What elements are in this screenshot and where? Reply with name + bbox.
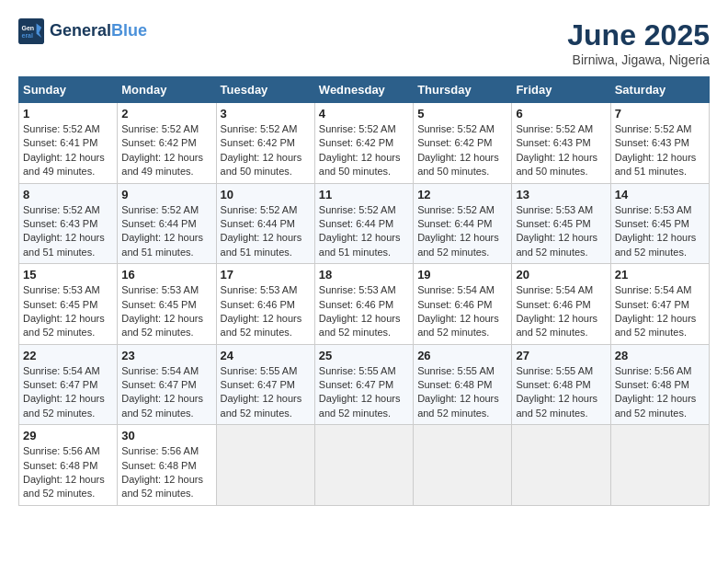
calendar-cell: 4 Sunrise: 5:52 AM Sunset: 6:42 PM Dayli… [314,103,413,184]
calendar-cell: 9 Sunrise: 5:52 AM Sunset: 6:44 PM Dayli… [118,183,216,264]
day-detail: Sunrise: 5:55 AM Sunset: 6:47 PM Dayligh… [221,364,311,421]
calendar-cell: 5 Sunrise: 5:52 AM Sunset: 6:42 PM Dayli… [414,103,512,184]
day-number: 1 [23,107,113,121]
day-detail: Sunrise: 5:52 AM Sunset: 6:43 PM Dayligh… [23,203,113,260]
calendar-cell: 24 Sunrise: 5:55 AM Sunset: 6:47 PM Dayl… [216,344,314,425]
day-number: 12 [417,188,507,201]
day-number: 30 [121,429,211,442]
day-number: 27 [516,349,606,362]
day-number: 23 [121,349,211,362]
calendar-cell: 17 Sunrise: 5:53 AM Sunset: 6:46 PM Dayl… [216,264,314,345]
weekday-header-wednesday: Wednesday [314,77,413,103]
weekday-header-monday: Monday [118,77,216,103]
day-detail: Sunrise: 5:55 AM Sunset: 6:47 PM Dayligh… [319,364,409,421]
day-detail: Sunrise: 5:53 AM Sunset: 6:46 PM Dayligh… [319,283,409,340]
calendar-cell: 23 Sunrise: 5:54 AM Sunset: 6:47 PM Dayl… [118,344,216,425]
month-title: June 2025 [567,18,710,52]
day-detail: Sunrise: 5:54 AM Sunset: 6:46 PM Dayligh… [516,283,606,340]
calendar-cell [512,425,610,506]
weekday-header-friday: Friday [512,77,610,103]
logo-icon: Gen eral [18,18,44,44]
day-detail: Sunrise: 5:53 AM Sunset: 6:45 PM Dayligh… [23,283,113,340]
calendar-cell: 2 Sunrise: 5:52 AM Sunset: 6:42 PM Dayli… [118,103,216,184]
page-header: Gen eral GeneralBlue June 2025 Birniwa, … [18,18,710,67]
day-detail: Sunrise: 5:54 AM Sunset: 6:46 PM Dayligh… [417,283,507,340]
day-detail: Sunrise: 5:53 AM Sunset: 6:46 PM Dayligh… [221,283,311,340]
day-detail: Sunrise: 5:54 AM Sunset: 6:47 PM Dayligh… [23,364,113,421]
calendar-cell [314,425,413,506]
calendar-cell: 10 Sunrise: 5:52 AM Sunset: 6:44 PM Dayl… [216,183,314,264]
calendar-cell: 8 Sunrise: 5:52 AM Sunset: 6:43 PM Dayli… [19,183,118,264]
day-detail: Sunrise: 5:52 AM Sunset: 6:44 PM Dayligh… [121,203,211,260]
day-number: 11 [319,188,409,201]
calendar-week-4: 29 Sunrise: 5:56 AM Sunset: 6:48 PM Dayl… [19,425,710,506]
calendar-cell: 6 Sunrise: 5:52 AM Sunset: 6:43 PM Dayli… [512,103,610,184]
day-number: 25 [319,349,409,362]
calendar-cell: 19 Sunrise: 5:54 AM Sunset: 6:46 PM Dayl… [414,264,512,345]
location-title: Birniwa, Jigawa, Nigeria [567,52,710,67]
calendar-table: SundayMondayTuesdayWednesdayThursdayFrid… [18,76,710,506]
day-number: 17 [221,268,311,282]
day-detail: Sunrise: 5:52 AM Sunset: 6:42 PM Dayligh… [221,122,311,179]
day-number: 19 [417,268,507,282]
calendar-body: 1 Sunrise: 5:52 AM Sunset: 6:41 PM Dayli… [19,103,710,506]
calendar-cell: 30 Sunrise: 5:56 AM Sunset: 6:48 PM Dayl… [118,425,216,506]
day-detail: Sunrise: 5:55 AM Sunset: 6:48 PM Dayligh… [417,364,507,421]
weekday-header-tuesday: Tuesday [216,77,314,103]
calendar-cell: 16 Sunrise: 5:53 AM Sunset: 6:45 PM Dayl… [118,264,216,345]
day-number: 9 [121,188,211,201]
day-number: 26 [417,349,507,362]
day-number: 22 [23,349,113,362]
day-detail: Sunrise: 5:55 AM Sunset: 6:48 PM Dayligh… [516,364,606,421]
weekday-header-sunday: Sunday [19,77,118,103]
calendar-cell: 21 Sunrise: 5:54 AM Sunset: 6:47 PM Dayl… [610,264,709,345]
calendar-cell: 29 Sunrise: 5:56 AM Sunset: 6:48 PM Dayl… [19,425,118,506]
weekday-header-row: SundayMondayTuesdayWednesdayThursdayFrid… [19,77,710,103]
weekday-header-saturday: Saturday [610,77,709,103]
day-number: 16 [121,268,211,282]
calendar-week-3: 22 Sunrise: 5:54 AM Sunset: 6:47 PM Dayl… [19,344,710,425]
calendar-cell: 28 Sunrise: 5:56 AM Sunset: 6:48 PM Dayl… [610,344,709,425]
day-detail: Sunrise: 5:52 AM Sunset: 6:41 PM Dayligh… [23,122,113,179]
svg-text:eral: eral [22,32,34,39]
day-number: 5 [417,107,507,121]
day-detail: Sunrise: 5:52 AM Sunset: 6:44 PM Dayligh… [221,203,311,260]
day-number: 13 [516,188,606,201]
day-detail: Sunrise: 5:53 AM Sunset: 6:45 PM Dayligh… [615,203,705,260]
day-detail: Sunrise: 5:53 AM Sunset: 6:45 PM Dayligh… [516,203,606,260]
calendar-cell: 15 Sunrise: 5:53 AM Sunset: 6:45 PM Dayl… [19,264,118,345]
day-detail: Sunrise: 5:52 AM Sunset: 6:43 PM Dayligh… [516,122,606,179]
day-detail: Sunrise: 5:54 AM Sunset: 6:47 PM Dayligh… [121,364,211,421]
logo-text: GeneralBlue [50,22,147,40]
calendar-cell: 11 Sunrise: 5:52 AM Sunset: 6:44 PM Dayl… [314,183,413,264]
day-detail: Sunrise: 5:56 AM Sunset: 6:48 PM Dayligh… [121,444,211,501]
calendar-cell: 13 Sunrise: 5:53 AM Sunset: 6:45 PM Dayl… [512,183,610,264]
day-number: 8 [23,188,113,201]
day-number: 29 [23,429,113,442]
calendar-cell [610,425,709,506]
svg-text:Gen: Gen [22,25,35,31]
day-number: 4 [319,107,409,121]
calendar-week-1: 8 Sunrise: 5:52 AM Sunset: 6:43 PM Dayli… [19,183,710,264]
day-detail: Sunrise: 5:52 AM Sunset: 6:43 PM Dayligh… [615,122,705,179]
day-number: 28 [615,349,705,362]
day-number: 7 [615,107,705,121]
calendar-cell: 27 Sunrise: 5:55 AM Sunset: 6:48 PM Dayl… [512,344,610,425]
calendar-cell: 18 Sunrise: 5:53 AM Sunset: 6:46 PM Dayl… [314,264,413,345]
day-number: 20 [516,268,606,282]
logo: Gen eral GeneralBlue [18,18,147,44]
calendar-cell: 25 Sunrise: 5:55 AM Sunset: 6:47 PM Dayl… [314,344,413,425]
day-number: 24 [221,349,311,362]
calendar-cell: 20 Sunrise: 5:54 AM Sunset: 6:46 PM Dayl… [512,264,610,345]
day-detail: Sunrise: 5:54 AM Sunset: 6:47 PM Dayligh… [615,283,705,340]
day-detail: Sunrise: 5:53 AM Sunset: 6:45 PM Dayligh… [121,283,211,340]
day-number: 15 [23,268,113,282]
svg-rect-0 [18,18,44,44]
calendar-cell: 12 Sunrise: 5:52 AM Sunset: 6:44 PM Dayl… [414,183,512,264]
day-number: 10 [221,188,311,201]
day-detail: Sunrise: 5:52 AM Sunset: 6:42 PM Dayligh… [417,122,507,179]
calendar-cell: 26 Sunrise: 5:55 AM Sunset: 6:48 PM Dayl… [414,344,512,425]
calendar-cell: 7 Sunrise: 5:52 AM Sunset: 6:43 PM Dayli… [610,103,709,184]
day-number: 18 [319,268,409,282]
day-number: 21 [615,268,705,282]
